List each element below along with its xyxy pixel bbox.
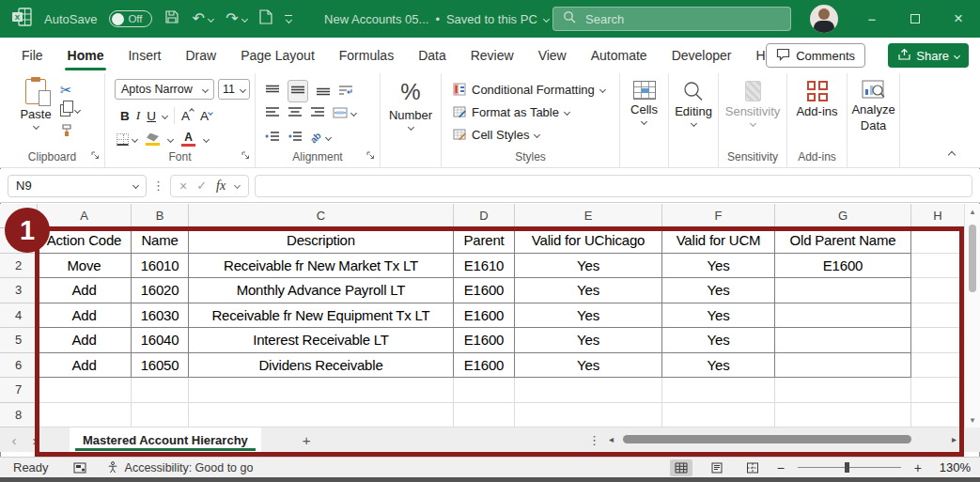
editing-button[interactable]: Editing [669,81,718,126]
row-header-6[interactable]: 6 [0,353,38,379]
bold-button[interactable]: B [120,109,130,123]
cell[interactable] [662,378,775,403]
align-bottom-button[interactable] [316,83,331,100]
accessibility-checker-button[interactable]: Accessibility: Good to go [107,461,254,474]
scroll-right-icon[interactable]: ▸ [952,434,957,444]
formula-input[interactable] [255,175,972,197]
macro-record-button[interactable] [73,462,86,474]
number-format-button[interactable]: % Number [381,79,441,130]
collapse-ribbon-button[interactable] [948,151,956,159]
save-status[interactable]: Saved to this PC [446,12,537,26]
column-header-f[interactable]: F [662,204,775,228]
cell[interactable] [189,403,454,428]
cell[interactable] [775,378,911,403]
cell[interactable]: Yes [662,278,775,303]
tab-file[interactable]: File [9,38,55,73]
decrease-indent-button[interactable] [265,129,280,146]
search-input[interactable] [583,11,743,27]
cell[interactable] [515,378,662,403]
row-header-2[interactable]: 2 [0,254,38,279]
column-header-h[interactable]: H [911,204,964,228]
scroll-up-icon[interactable]: ▴ [965,207,980,216]
align-left-button[interactable] [265,104,280,121]
cell[interactable]: E1600 [454,278,515,303]
cell[interactable] [38,378,132,403]
cell[interactable]: Yes [515,303,662,329]
cell[interactable]: Yes [662,303,775,329]
borders-button[interactable] [117,133,137,146]
column-header-c[interactable]: C [189,204,454,228]
cell[interactable]: Add [38,328,132,353]
tab-view[interactable]: View [526,38,579,73]
customize-quick-access-button[interactable] [285,15,292,23]
font-size-select[interactable]: 11 [218,79,250,100]
cell[interactable]: 16010 [132,254,189,279]
cell[interactable]: Interest Receivable LT [189,328,454,353]
cell[interactable]: Add [38,278,132,303]
drag-handle-icon[interactable]: ⋮ [152,179,164,193]
cell[interactable] [911,403,964,428]
row-header-3[interactable]: 3 [0,278,38,303]
next-sheet-icon[interactable]: › [21,432,49,448]
comments-button[interactable]: Comments [766,43,865,68]
close-button[interactable]: × [937,0,980,38]
wrap-text-button[interactable] [338,83,353,100]
alignment-dialog-launcher[interactable] [366,147,375,163]
enter-icon[interactable]: ✓ [196,179,207,193]
horizontal-scrollbar[interactable]: ◂ ▸ [609,432,957,447]
tab-formulas[interactable]: Formulas [327,38,406,73]
cell[interactable]: 16020 [132,278,189,303]
row-header-1[interactable]: 1 [0,228,38,254]
zoom-slider[interactable] [798,467,901,468]
cell[interactable] [132,403,189,428]
cell[interactable]: E1600 [775,254,911,279]
column-header-a[interactable]: A [38,204,132,228]
sheet-tab-active[interactable]: Mastered Account Hierarchy [70,428,261,452]
orientation-button[interactable]: ab [310,132,331,143]
cell[interactable] [911,278,964,303]
cell[interactable] [911,303,964,329]
tab-review[interactable]: Review [459,38,526,73]
row-header-5[interactable]: 5 [0,328,38,353]
undo-button[interactable]: ↶ [192,10,213,27]
vertical-scrollbar[interactable]: ▴ ▾ [964,204,980,428]
cell[interactable] [132,378,189,403]
tab-page-layout[interactable]: Page Layout [228,38,327,73]
row-header-4[interactable]: 4 [0,303,38,329]
cell[interactable] [911,228,964,254]
zoom-level[interactable]: 130% [935,460,971,474]
analyze-data-button[interactable]: Analyze Data [848,80,899,132]
cell[interactable]: Yes [515,353,662,379]
cell[interactable]: Add [38,303,132,329]
scroll-left-icon[interactable]: ◂ [609,434,614,444]
row-header-8[interactable]: 8 [0,403,38,428]
cell[interactable]: E1600 [454,328,515,353]
align-right-button[interactable] [310,104,325,121]
tab-automate[interactable]: Automate [579,38,660,73]
tab-insert[interactable]: Insert [116,38,173,73]
align-middle-button[interactable] [288,80,308,102]
row-header-7[interactable]: 7 [0,378,38,403]
autosave-toggle[interactable]: Off [109,10,152,27]
font-dialog-launcher[interactable] [241,147,250,163]
new-sheet-button[interactable]: + [303,432,311,448]
column-header-d[interactable]: D [454,204,515,228]
fill-color-button[interactable] [146,133,160,146]
addins-button[interactable]: Add-ins [787,81,847,118]
column-header-e[interactable]: E [515,204,662,228]
cell[interactable]: E1600 [454,303,515,329]
column-header-b[interactable]: B [132,204,189,228]
zoom-out-button[interactable]: − [777,460,785,475]
paste-button[interactable]: Paste [15,79,56,129]
cell[interactable]: Yes [515,254,662,279]
decrease-font-button[interactable]: A [200,109,212,123]
page-break-view-button[interactable] [741,459,764,476]
increase-font-button[interactable]: A [181,109,194,123]
cell[interactable] [662,403,775,428]
cell[interactable]: Parent [454,228,515,254]
copy-button[interactable] [60,104,80,117]
cell[interactable] [775,278,911,303]
vertical-scroll-thumb[interactable] [969,225,976,292]
align-top-button[interactable] [265,83,280,100]
cell[interactable] [911,378,964,403]
